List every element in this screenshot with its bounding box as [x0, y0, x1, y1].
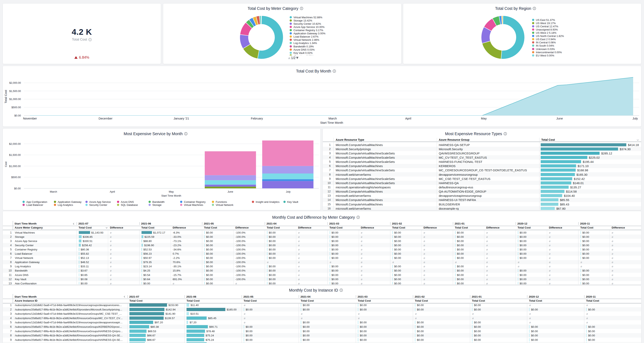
svg-text:$1,000.00: $1,000.00	[9, 98, 21, 101]
svg-text:Total Cost: Total Cost	[4, 90, 8, 103]
svg-text:June: June	[228, 190, 233, 193]
svg-text:$0.00: $0.00	[14, 114, 21, 117]
svg-text:$1,000.00: $1,000.00	[9, 165, 21, 168]
svg-text:February: February	[251, 117, 263, 120]
svg-text:$1,500.00: $1,500.00	[9, 153, 21, 156]
svg-text:May: May	[169, 190, 174, 193]
svg-text:Start Time Month: Start Time Month	[320, 121, 343, 124]
svg-text:June: June	[556, 117, 563, 120]
svg-text:July: July	[632, 117, 638, 120]
svg-text:April: April	[110, 190, 115, 193]
svg-text:$0.00: $0.00	[14, 187, 21, 190]
svg-text:$2,000.00: $2,000.00	[9, 142, 21, 145]
svg-text:November: November	[23, 117, 37, 120]
svg-text:Cost: Cost	[4, 161, 8, 167]
svg-text:$500.00: $500.00	[11, 176, 21, 179]
svg-text:April: April	[405, 117, 411, 120]
svg-text:March: March	[50, 190, 57, 193]
svg-text:March: March	[328, 117, 337, 120]
svg-text:$1,500.00: $1,500.00	[9, 90, 21, 93]
svg-text:Start Time Month: Start Time Month	[162, 194, 181, 197]
svg-text:$2,000.00: $2,000.00	[9, 81, 21, 84]
svg-text:$500.00: $500.00	[12, 106, 21, 109]
svg-text:December: December	[98, 117, 112, 120]
svg-text:July: July	[286, 190, 291, 193]
svg-text:May: May	[481, 117, 487, 120]
svg-text:January '21: January '21	[174, 117, 189, 120]
